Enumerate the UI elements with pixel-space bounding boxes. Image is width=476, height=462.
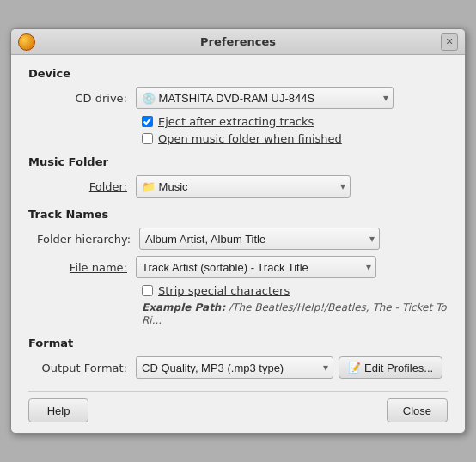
folder-select[interactable]: 📁 Music bbox=[136, 175, 351, 198]
music-folder-section-label: Music Folder bbox=[28, 155, 448, 168]
filename-label: File name: bbox=[37, 261, 136, 274]
folder-row: Folder: 📁 Music bbox=[28, 175, 448, 198]
titlebar: Preferences ✕ bbox=[11, 29, 465, 55]
hierarchy-select-wrapper: Album Artist, Album Title bbox=[139, 228, 380, 250]
hierarchy-label: Folder hierarchy: bbox=[37, 233, 139, 246]
format-controls: CD Quality, MP3 (.mp3 type) 📝 Edit Profi… bbox=[136, 356, 442, 379]
output-format-label: Output Format: bbox=[37, 362, 136, 374]
cd-drive-select-wrapper: 💿 MATSHITA DVD-RAM UJ-844S bbox=[136, 87, 394, 109]
format-select-wrapper: CD Quality, MP3 (.mp3 type) bbox=[136, 356, 333, 379]
open-folder-row: Open music folder when finished bbox=[28, 132, 448, 145]
preferences-content: Device CD drive: 💿 MATSHITA DVD-RAM UJ-8… bbox=[11, 55, 465, 433]
device-section-label: Device bbox=[28, 67, 448, 80]
example-path-text: Example Path: /The Beatles/Help!/Beatles… bbox=[142, 301, 447, 326]
folder-label: Folder: bbox=[37, 180, 136, 193]
app-icon bbox=[18, 33, 35, 51]
cd-drive-label: CD drive: bbox=[37, 92, 136, 105]
close-button[interactable]: Close bbox=[387, 398, 448, 422]
strip-row: Strip special characters bbox=[28, 284, 448, 297]
example-path-label: Example Path: bbox=[142, 301, 225, 313]
window-title: Preferences bbox=[35, 35, 441, 48]
edit-profiles-button[interactable]: 📝 Edit Profiles... bbox=[339, 356, 442, 379]
cd-drive-select[interactable]: 💿 MATSHITA DVD-RAM UJ-844S bbox=[136, 87, 394, 109]
format-section-label: Format bbox=[28, 337, 448, 350]
example-path-row: Example Path: /The Beatles/Help!/Beatles… bbox=[28, 301, 448, 326]
hierarchy-row: Folder hierarchy: Album Artist, Album Ti… bbox=[28, 228, 448, 250]
eject-label[interactable]: Eject after extracting tracks bbox=[158, 115, 314, 128]
preferences-window: Preferences ✕ Device CD drive: 💿 MATSHIT… bbox=[10, 28, 466, 434]
help-button-label: Help bbox=[47, 404, 70, 417]
filename-select[interactable]: Track Artist (sortable) - Track Title bbox=[136, 256, 376, 278]
format-select[interactable]: CD Quality, MP3 (.mp3 type) bbox=[136, 356, 333, 379]
strip-label[interactable]: Strip special characters bbox=[158, 284, 290, 297]
open-folder-label[interactable]: Open music folder when finished bbox=[158, 132, 342, 145]
strip-checkbox[interactable] bbox=[142, 285, 153, 296]
folder-select-wrapper: 📁 Music bbox=[136, 175, 351, 198]
edit-profiles-label: Edit Profiles... bbox=[364, 362, 433, 374]
open-folder-checkbox[interactable] bbox=[142, 133, 153, 144]
button-row: Help Close bbox=[28, 391, 448, 422]
eject-row: Eject after extracting tracks bbox=[28, 115, 448, 128]
track-names-section-label: Track Names bbox=[28, 208, 448, 221]
help-button[interactable]: Help bbox=[28, 398, 88, 422]
filename-row: File name: Track Artist (sortable) - Tra… bbox=[28, 256, 448, 278]
edit-profiles-icon: 📝 bbox=[348, 362, 361, 374]
close-button-label: Close bbox=[403, 404, 431, 417]
close-window-button[interactable]: ✕ bbox=[441, 33, 458, 51]
filename-select-wrapper: Track Artist (sortable) - Track Title bbox=[136, 256, 376, 278]
cd-drive-row: CD drive: 💿 MATSHITA DVD-RAM UJ-844S bbox=[28, 87, 448, 109]
format-row: Output Format: CD Quality, MP3 (.mp3 typ… bbox=[28, 356, 448, 379]
hierarchy-select[interactable]: Album Artist, Album Title bbox=[139, 228, 380, 250]
eject-checkbox[interactable] bbox=[142, 116, 153, 127]
